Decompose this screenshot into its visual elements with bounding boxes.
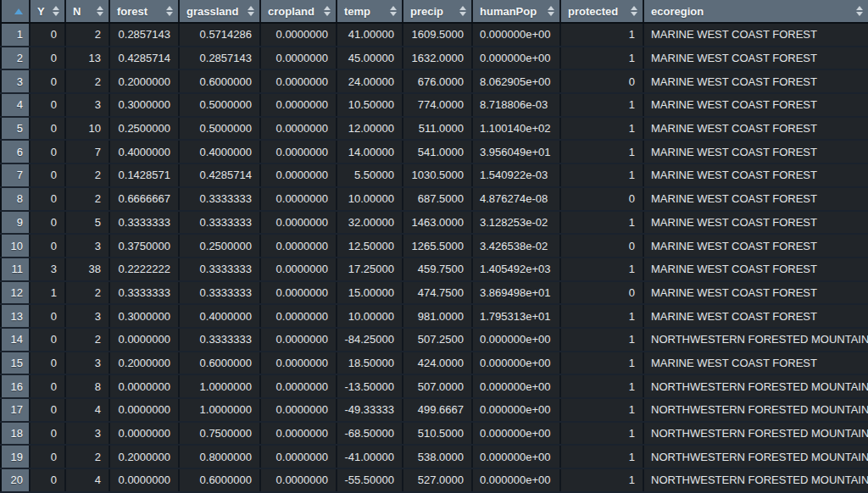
column-header-humanPop[interactable]: humanPop — [473, 0, 561, 22]
cell-grassland: 0.2500000 — [180, 235, 261, 257]
cell-Y: 0 — [31, 329, 66, 351]
column-header-grassland[interactable]: grassland — [180, 0, 261, 22]
cell-Y: 0 — [31, 141, 66, 163]
column-header-label: forest — [117, 5, 147, 18]
column-header-precip[interactable]: precip — [403, 0, 473, 22]
cell-forest: 0.0000000 — [110, 375, 180, 397]
cell-grassland: 1.0000000 — [180, 399, 261, 421]
cell-humanPop: 8.718806e-03 — [473, 94, 561, 116]
cell-grassland: 0.8000000 — [180, 446, 261, 468]
cell-cropland: 0.0000000 — [261, 212, 337, 234]
cell-ecoregion: NORTHWESTERN FORESTED MOUNTAINS — [644, 469, 868, 491]
cell-Y: 0 — [31, 399, 66, 421]
cell-temp: -68.50000 — [337, 423, 403, 445]
column-header-temp[interactable]: temp — [337, 0, 403, 22]
cell-grassland: 0.3333333 — [180, 258, 261, 280]
column-header-forest[interactable]: forest — [110, 0, 180, 22]
column-header-protected[interactable]: protected — [561, 0, 644, 22]
cell-grassland: 0.6000000 — [180, 469, 261, 491]
sort-toggle-icon — [324, 6, 331, 16]
sort-toggle-icon — [856, 6, 863, 16]
cell-cropland: 0.0000000 — [261, 70, 337, 92]
table-row: 19020.20000000.80000000.0000000-41.00000… — [0, 446, 868, 469]
table-row: 4030.30000000.50000000.000000010.5000077… — [0, 94, 868, 118]
column-header-label: grassland — [186, 5, 238, 18]
cell-protected: 1 — [561, 118, 644, 140]
cell-humanPop: 1.795313e+01 — [473, 305, 561, 327]
cell-precip: 511.0000 — [403, 118, 473, 140]
cell-ecoregion: MARINE WEST COAST FOREST — [644, 70, 868, 92]
cell-N: 2 — [66, 282, 110, 304]
column-header-label: ecoregion — [651, 5, 704, 18]
cell-Y: 0 — [31, 469, 66, 491]
cell-humanPop: 0.000000e+00 — [473, 399, 561, 421]
cell-N: 3 — [66, 352, 110, 374]
cell-precip: 1609.5000 — [403, 24, 473, 46]
column-header-label: humanPop — [480, 5, 537, 18]
cell-grassland: 0.7500000 — [180, 423, 261, 445]
row-number: 4 — [0, 94, 31, 116]
column-header-cropland[interactable]: cropland — [261, 0, 337, 22]
cell-temp: -41.00000 — [337, 446, 403, 468]
column-header-label: protected — [568, 5, 618, 18]
cell-Y: 0 — [31, 423, 66, 445]
cell-N: 8 — [66, 375, 110, 397]
cell-humanPop: 0.000000e+00 — [473, 375, 561, 397]
row-number: 13 — [0, 305, 31, 327]
cell-grassland: 0.5000000 — [180, 118, 261, 140]
cell-Y: 0 — [31, 24, 66, 46]
sort-toggle-icon — [248, 6, 254, 16]
cell-precip: 1265.5000 — [403, 235, 473, 257]
cell-grassland: 0.2857143 — [180, 47, 261, 69]
table-row: 8020.66666670.33333330.000000010.0000068… — [0, 188, 868, 212]
cell-precip: 774.0000 — [403, 94, 473, 116]
cell-forest: 0.2000000 — [110, 446, 180, 468]
cell-N: 38 — [66, 258, 110, 280]
cell-forest: 0.6666667 — [110, 188, 180, 210]
column-header-label: cropland — [268, 5, 314, 18]
table-row: 18030.00000000.75000000.0000000-68.50000… — [0, 423, 868, 446]
cell-humanPop: 3.128253e-02 — [473, 212, 561, 234]
row-number-column-header[interactable] — [0, 0, 31, 22]
cell-ecoregion: NORTHWESTERN FORESTED MOUNTAINS — [644, 329, 868, 351]
table-body: 1020.28571430.57142860.000000041.0000016… — [0, 24, 868, 493]
cell-temp: 32.00000 — [337, 212, 403, 234]
cell-N: 3 — [66, 423, 110, 445]
cell-protected: 1 — [561, 305, 644, 327]
sort-toggle-icon — [166, 6, 173, 16]
row-number: 18 — [0, 423, 31, 445]
cell-protected: 1 — [561, 164, 644, 186]
cell-cropland: 0.0000000 — [261, 94, 337, 116]
cell-forest: 0.0000000 — [110, 399, 180, 421]
table-row: 7020.14285710.42857140.00000005.50000103… — [0, 164, 868, 188]
cell-temp: 10.00000 — [337, 305, 403, 327]
cell-precip: 1632.0000 — [403, 47, 473, 69]
cell-protected: 1 — [561, 141, 644, 163]
cell-cropland: 0.0000000 — [261, 423, 337, 445]
table-row: 50100.25000000.50000000.000000012.000005… — [0, 118, 868, 141]
row-number: 20 — [0, 469, 31, 491]
cell-N: 7 — [66, 141, 110, 163]
cell-humanPop: 0.000000e+00 — [473, 47, 561, 69]
cell-ecoregion: MARINE WEST COAST FOREST — [644, 94, 868, 116]
cell-precip: 507.0000 — [403, 375, 473, 397]
cell-precip: 507.2500 — [403, 329, 473, 351]
cell-cropland: 0.0000000 — [261, 352, 337, 374]
cell-humanPop: 1.540922e-03 — [473, 164, 561, 186]
cell-grassland: 1.0000000 — [180, 375, 261, 397]
sort-toggle-icon — [390, 6, 397, 16]
column-header-N[interactable]: N — [66, 0, 110, 22]
cell-forest: 0.0000000 — [110, 423, 180, 445]
cell-humanPop: 1.405492e+03 — [473, 258, 561, 280]
cell-temp: 12.50000 — [337, 235, 403, 257]
cell-ecoregion: MARINE WEST COAST FOREST — [644, 188, 868, 210]
cell-forest: 0.2000000 — [110, 352, 180, 374]
table-row: 13030.30000000.40000000.000000010.000009… — [0, 305, 868, 329]
cell-cropland: 0.0000000 — [261, 329, 337, 351]
column-header-ecoregion[interactable]: ecoregion — [644, 0, 868, 22]
column-header-Y[interactable]: Y — [31, 0, 66, 22]
cell-grassland: 0.6000000 — [180, 70, 261, 92]
cell-cropland: 0.0000000 — [261, 282, 337, 304]
cell-temp: 10.50000 — [337, 94, 403, 116]
row-number: 3 — [0, 70, 31, 92]
